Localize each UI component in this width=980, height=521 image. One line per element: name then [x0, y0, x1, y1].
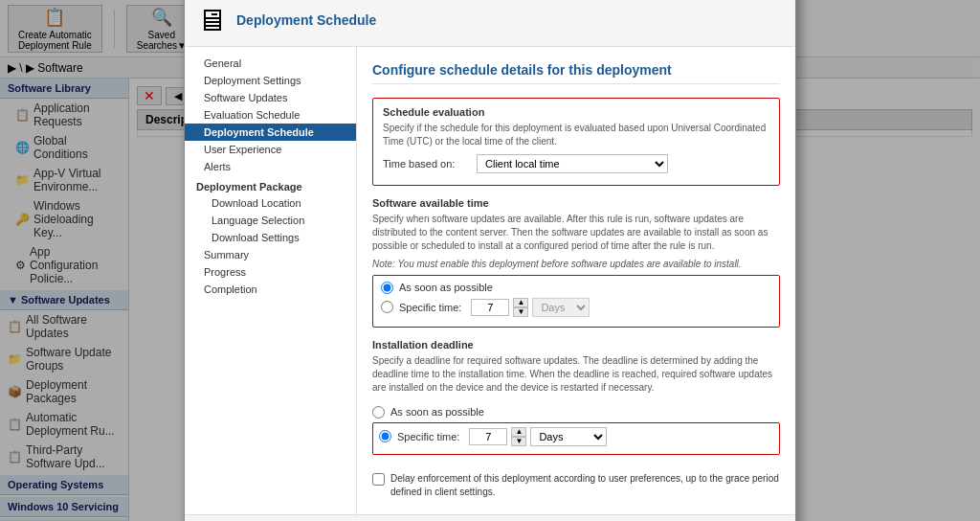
wizard-nav-language-selection[interactable]: Language Selection — [185, 212, 356, 229]
software-avail-spinbox[interactable] — [471, 299, 509, 316]
software-avail-title: Software available time — [372, 197, 780, 209]
install-deadline-unit-select[interactable]: Days Hours Weeks Months — [530, 427, 607, 446]
software-avail-asap-radio[interactable] — [381, 282, 393, 294]
modal-header-title: Deployment Schedule — [236, 12, 376, 28]
install-deadline-spinbox[interactable] — [469, 428, 507, 445]
install-deadline-specific-radio[interactable] — [379, 430, 391, 442]
time-based-row: Time based on: Client local time UTC — [383, 154, 769, 173]
modal-body: General Deployment Settings Software Upd… — [185, 47, 795, 514]
wizard-page-content: Configure schedule details for this depl… — [357, 47, 795, 514]
software-avail-unit-select: Days — [532, 298, 590, 317]
software-avail-radio1-row: As soon as possible — [381, 282, 771, 294]
install-deadline-title: Installation deadline — [372, 339, 780, 351]
install-deadline-asap-label: As soon as possible — [390, 406, 484, 418]
install-deadline-spinbox-up[interactable]: ▲ — [511, 427, 526, 437]
wizard-nav-user-experience[interactable]: User Experience — [185, 141, 356, 158]
create-adr-wizard-modal: ⚙ Create Automatic Deployment Rule Wizar… — [184, 0, 796, 521]
install-deadline-section: Installation deadline Specify a deadline… — [372, 339, 780, 461]
schedule-eval-title: Schedule evaluation — [383, 106, 769, 118]
install-deadline-radio2-row: Specific time: ▲ ▼ Days Hou — [379, 427, 773, 446]
software-avail-spinbox-row: ▲ ▼ Days — [471, 298, 590, 317]
wizard-nav-general[interactable]: General — [185, 55, 356, 72]
software-avail-section: Software available time Specify when sof… — [372, 197, 780, 328]
wizard-nav-software-updates[interactable]: Software Updates — [185, 89, 356, 106]
delay-enforcement-checkbox[interactable] — [372, 473, 385, 486]
software-avail-radio2-row: Specific time: ▲ ▼ Days — [381, 298, 771, 317]
software-avail-desc: Specify when software updates are availa… — [372, 213, 780, 253]
wizard-nav: General Deployment Settings Software Upd… — [185, 47, 357, 514]
software-avail-specific-label: Specific time: — [399, 302, 461, 313]
install-deadline-spinbox-down[interactable]: ▼ — [511, 437, 526, 446]
wizard-nav-progress[interactable]: Progress — [185, 263, 356, 281]
delay-enforcement-row: Delay enforcement of this deployment acc… — [372, 472, 780, 499]
software-avail-asap-label: As soon as possible — [399, 282, 493, 293]
software-avail-note: Note: You must enable this deployment be… — [372, 259, 780, 269]
install-deadline-specific-label: Specific time: — [397, 431, 459, 442]
time-based-label: Time based on: — [383, 158, 469, 170]
wizard-nav-download-settings[interactable]: Download Settings — [185, 229, 356, 246]
modal-overlay: ⚙ Create Automatic Deployment Rule Wizar… — [0, 0, 980, 521]
install-deadline-spinbox-row: ▲ ▼ Days Hours Weeks Months — [469, 427, 607, 446]
wizard-nav-summary[interactable]: Summary — [185, 246, 356, 263]
wizard-nav-completion[interactable]: Completion — [185, 281, 356, 298]
wizard-nav-download-location[interactable]: Download Location — [185, 194, 356, 212]
delay-enforcement-label: Delay enforcement of this deployment acc… — [390, 472, 780, 499]
modal-header-icon: 🖥 — [196, 3, 227, 38]
wizard-nav-alerts[interactable]: Alerts — [185, 158, 356, 175]
software-avail-spinbox-btns: ▲ ▼ — [513, 298, 528, 317]
schedule-eval-desc: Specify if the schedule for this deploym… — [383, 122, 769, 148]
wizard-nav-section-deploy-pkg: Deployment Package — [185, 175, 356, 194]
wizard-nav-deploy-schedule[interactable]: Deployment Schedule — [185, 124, 356, 141]
software-avail-spinbox-up[interactable]: ▲ — [513, 298, 528, 307]
schedule-eval-section: Schedule evaluation Specify if the sched… — [372, 98, 780, 186]
wizard-nav-eval-schedule[interactable]: Evaluation Schedule — [185, 106, 356, 124]
time-based-select[interactable]: Client local time UTC — [477, 154, 668, 173]
install-deadline-spinbox-btns: ▲ ▼ — [511, 427, 526, 446]
software-avail-specific-radio[interactable] — [381, 301, 393, 313]
wizard-page-title: Configure schedule details for this depl… — [372, 62, 780, 84]
software-avail-spinbox-down[interactable]: ▼ — [513, 307, 528, 317]
modal-footer: < Previous Next > Summary Cancel — [185, 514, 795, 522]
wizard-nav-deployment-settings[interactable]: Deployment Settings — [185, 72, 356, 89]
install-deadline-radio1-row: As soon as possible — [372, 406, 780, 419]
install-deadline-desc: Specify a deadline for required software… — [372, 354, 780, 395]
install-deadline-asap-radio[interactable] — [372, 406, 385, 419]
